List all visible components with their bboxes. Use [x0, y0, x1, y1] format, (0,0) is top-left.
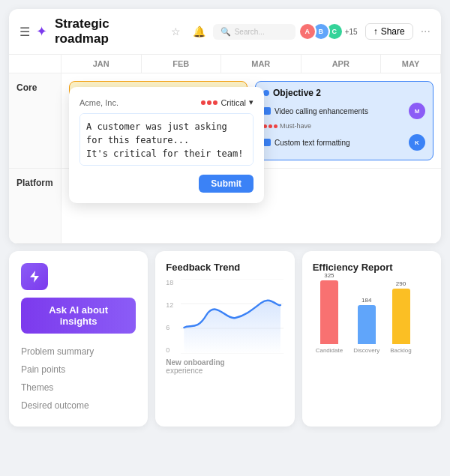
- header-actions: 🔔 🔍 Search... A B C +15 ↑ Share ···: [193, 22, 430, 40]
- y-label: 18: [166, 279, 173, 286]
- collaborator-avatars: A B C +15: [303, 22, 358, 40]
- priority-label: Must-have: [280, 122, 311, 130]
- objective-dot: [263, 90, 269, 96]
- feature-item: Custom text formatting K: [263, 134, 425, 151]
- popup-status-chevron[interactable]: ▾: [249, 97, 254, 107]
- y-axis-labels: 18 12 6 0: [166, 279, 173, 354]
- timeline-month-may: MAY: [381, 55, 441, 73]
- objective-2-card: Objective 2 Video calling enhancements M: [255, 81, 434, 160]
- popup-status-label: Critical: [220, 98, 246, 107]
- objective-2-title: Objective 2: [263, 88, 425, 98]
- bar-value: 290: [396, 280, 406, 287]
- submit-button[interactable]: Submit: [199, 175, 254, 193]
- bar-backlog: [392, 289, 410, 344]
- app-header: ☰ ✦ Strategic roadmap ☆ 🔔 🔍 Search... A …: [9, 9, 441, 55]
- feature-avatar: K: [409, 134, 425, 151]
- search-icon: 🔍: [220, 27, 231, 37]
- efficiency-report-title: Efficiency Report: [313, 262, 430, 273]
- ai-menu-problem-summary[interactable]: Problem summary: [21, 343, 136, 361]
- timeline-month-apr: APR: [302, 55, 382, 73]
- feedback-chart-subtitle: New onboardingexperience: [166, 358, 284, 375]
- svg-marker-0: [30, 271, 39, 283]
- feature-dot: [263, 139, 271, 146]
- lightning-icon: [27, 269, 42, 284]
- priority-badge: Must-have: [263, 122, 425, 130]
- popup-status[interactable]: Critical ▾: [201, 97, 254, 107]
- bar-chart: 325 Candidate 184 Discovery 290 Backlog: [313, 279, 430, 354]
- feedback-trend-card: Feedback Trend 18 12 6 0: [155, 251, 294, 427]
- efficiency-report-card: Efficiency Report 325 Candidate 184 Disc…: [302, 251, 441, 427]
- bar-label-discovery: Discovery: [353, 347, 380, 354]
- feedback-trend-title: Feedback Trend: [166, 262, 284, 273]
- priority-dots: [263, 124, 278, 128]
- more-options-icon[interactable]: ···: [421, 25, 430, 38]
- feature-left: Video calling enhancements: [263, 107, 368, 115]
- app-logo-icon: ✦: [36, 23, 47, 40]
- y-label: 0: [166, 346, 173, 354]
- ai-menu-pain-points[interactable]: Pain points: [21, 361, 136, 379]
- bar-group-backlog: 290 Backlog: [390, 280, 411, 354]
- bar-label-backlog: Backlog: [390, 347, 411, 354]
- avatar: A: [298, 22, 316, 40]
- bar-discovery: [358, 305, 376, 344]
- menu-icon[interactable]: ☰: [20, 25, 30, 39]
- bar-group-candidate: 325 Candidate: [316, 272, 343, 354]
- priority-dot: [274, 124, 278, 128]
- bar-value: 184: [362, 297, 371, 304]
- search-placeholder: Search...: [235, 28, 265, 36]
- timeline-month-jan: JAN: [62, 55, 142, 73]
- ai-insights-card: Ask AI about insights Problem summary Pa…: [9, 251, 148, 427]
- share-icon: ↑: [374, 26, 378, 37]
- row-label-core: Core: [9, 73, 62, 168]
- popup-footer: Submit: [80, 175, 254, 193]
- lightning-icon-wrap: [21, 263, 48, 290]
- status-dots: [201, 100, 218, 105]
- feedback-popup: Acme, Inc. Critical ▾ A customer was jus…: [69, 87, 264, 203]
- timeline-header: JAN FEB MAR APR MAY: [9, 55, 441, 73]
- y-label: 12: [166, 301, 173, 309]
- timeline-body: Core Objective 1 New onboarding experien…: [9, 73, 441, 244]
- share-button[interactable]: ↑ Share: [365, 23, 413, 40]
- bar-label-candidate: Candidate: [316, 347, 343, 354]
- feature-left: Custom text formatting: [263, 139, 350, 147]
- priority-dot: [268, 124, 272, 128]
- ai-menu-themes[interactable]: Themes: [21, 379, 136, 397]
- popup-company: Acme, Inc.: [80, 98, 118, 107]
- timeline-month-feb: FEB: [142, 55, 222, 73]
- line-chart: 18 12 6 0: [166, 279, 284, 354]
- feature-name: Custom text formatting: [274, 139, 350, 147]
- bell-icon[interactable]: 🔔: [193, 25, 206, 37]
- roadmap-panel: ☰ ✦ Strategic roadmap ☆ 🔔 🔍 Search... A …: [9, 9, 441, 244]
- page-title: Strategic roadmap: [55, 16, 162, 46]
- popup-header: Acme, Inc. Critical ▾: [80, 97, 254, 107]
- status-dot: [201, 100, 206, 105]
- feature-item: Video calling enhancements M: [263, 103, 425, 119]
- feedback-textarea[interactable]: A customer was just asking for this feat…: [80, 113, 254, 166]
- feature-name: Video calling enhancements: [274, 107, 368, 115]
- y-label: 6: [166, 324, 173, 331]
- favorite-icon[interactable]: ☆: [171, 25, 181, 37]
- bar-value: 325: [324, 272, 334, 279]
- feature-avatar: M: [409, 103, 425, 119]
- row-label-platform: Platform: [9, 169, 62, 243]
- bottom-section: Ask AI about insights Problem summary Pa…: [9, 251, 441, 427]
- bar-group-discovery: 184 Discovery: [353, 297, 380, 354]
- timeline-month-mar: MAR: [221, 55, 302, 73]
- timeline-empty-col: [9, 55, 62, 73]
- ai-menu-desired-outcome[interactable]: Desired outcome: [21, 397, 136, 415]
- ask-ai-button[interactable]: Ask AI about insights: [21, 298, 136, 334]
- avatar-count: +15: [345, 28, 358, 36]
- search-box[interactable]: 🔍 Search...: [213, 24, 296, 40]
- status-dot: [207, 100, 212, 105]
- line-chart-svg: [181, 279, 284, 354]
- bar-candidate: [320, 280, 338, 344]
- feature-dot: [263, 107, 271, 115]
- status-dot: [213, 100, 218, 105]
